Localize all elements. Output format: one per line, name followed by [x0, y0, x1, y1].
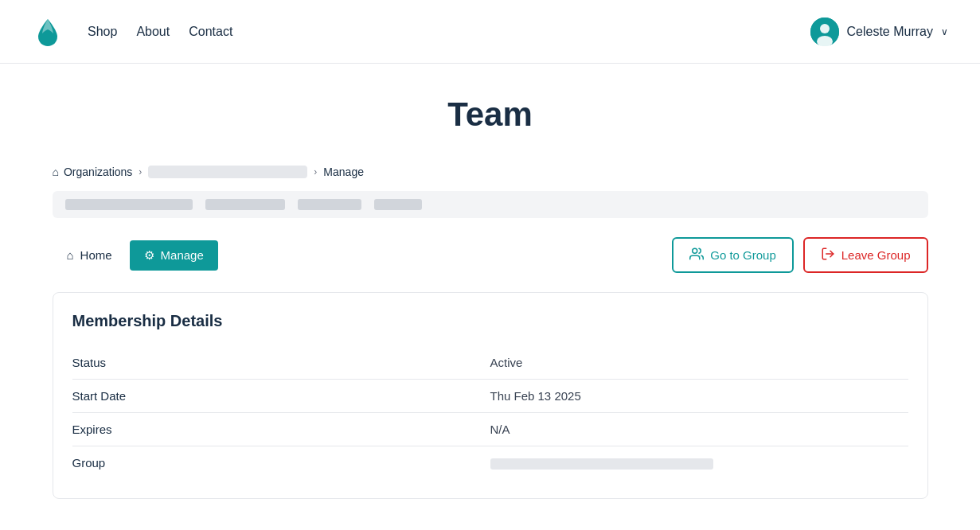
page-title: Team: [53, 95, 928, 134]
sub-nav-bar: [53, 191, 928, 218]
breadcrumb-manage: Manage: [323, 166, 364, 178]
nav-about[interactable]: About: [136, 21, 170, 42]
tab-right-group: Go to Group Leave Group: [672, 237, 927, 273]
user-name: Celeste Murray: [847, 25, 933, 39]
tab-home[interactable]: ⌂ Home: [53, 240, 127, 271]
action-tabs: ⌂ Home ⚙ Manage Go to Group: [53, 237, 928, 273]
table-row-start-date: Start Date Thu Feb 13 2025: [72, 380, 908, 413]
sub-nav-item-1: [65, 199, 193, 210]
status-value: Active: [490, 346, 908, 380]
sub-nav-item-4: [374, 199, 422, 210]
start-date-value: Thu Feb 13 2025: [490, 380, 908, 413]
breadcrumb-org-name[interactable]: [148, 166, 307, 178]
tab-left-group: ⌂ Home ⚙ Manage: [53, 240, 218, 271]
breadcrumb-separator-2: ›: [314, 166, 317, 177]
table-row-expires: Expires N/A: [72, 413, 908, 446]
table-row-status: Status Active: [72, 346, 908, 380]
nav-contact[interactable]: Contact: [189, 21, 232, 42]
leave-group-icon: [821, 247, 835, 263]
leave-group-button[interactable]: Leave Group: [803, 237, 928, 273]
table-row-group: Group: [72, 446, 908, 480]
avatar: [810, 18, 839, 46]
tab-manage[interactable]: ⚙ Manage: [130, 240, 218, 271]
logo-icon[interactable]: [32, 16, 64, 48]
user-menu[interactable]: Celeste Murray ∨: [810, 18, 948, 46]
main-nav: Shop About Contact: [88, 21, 810, 42]
chevron-down-icon: ∨: [941, 26, 948, 37]
start-date-label: Start Date: [72, 380, 490, 413]
sub-nav-item-2: [205, 199, 285, 210]
breadcrumb-home-link[interactable]: ⌂ Organizations: [53, 166, 133, 178]
nav-shop[interactable]: Shop: [88, 21, 117, 42]
tab-manage-label: Manage: [161, 248, 204, 262]
sub-nav-item-3: [298, 199, 361, 210]
svg-point-3: [693, 248, 697, 253]
go-to-group-icon: [689, 247, 704, 263]
membership-card: Membership Details Status Active Start D…: [53, 292, 928, 499]
breadcrumb-organizations[interactable]: Organizations: [64, 166, 132, 178]
membership-title: Membership Details: [72, 312, 908, 330]
membership-table: Status Active Start Date Thu Feb 13 2025…: [72, 346, 908, 479]
svg-point-1: [820, 24, 830, 33]
group-name-redacted: [490, 458, 713, 470]
go-to-group-button[interactable]: Go to Group: [672, 237, 794, 273]
group-label: Group: [72, 446, 490, 480]
site-header: Shop About Contact Celeste Murray ∨: [0, 0, 980, 64]
breadcrumb-separator-1: ›: [139, 166, 142, 177]
breadcrumb: ⌂ Organizations › › Manage: [53, 166, 928, 178]
expires-value: N/A: [490, 413, 908, 446]
manage-tab-icon: ⚙: [144, 248, 154, 263]
main-content: Team ⌂ Organizations › › Manage ⌂ Home ⚙…: [37, 64, 944, 530]
expires-label: Expires: [72, 413, 490, 446]
go-to-group-label: Go to Group: [710, 248, 776, 262]
tab-home-label: Home: [80, 248, 112, 262]
group-value: [490, 446, 908, 480]
home-icon: ⌂: [53, 166, 59, 178]
leave-group-label: Leave Group: [841, 248, 911, 262]
status-label: Status: [72, 346, 490, 380]
home-tab-icon: ⌂: [67, 248, 74, 262]
